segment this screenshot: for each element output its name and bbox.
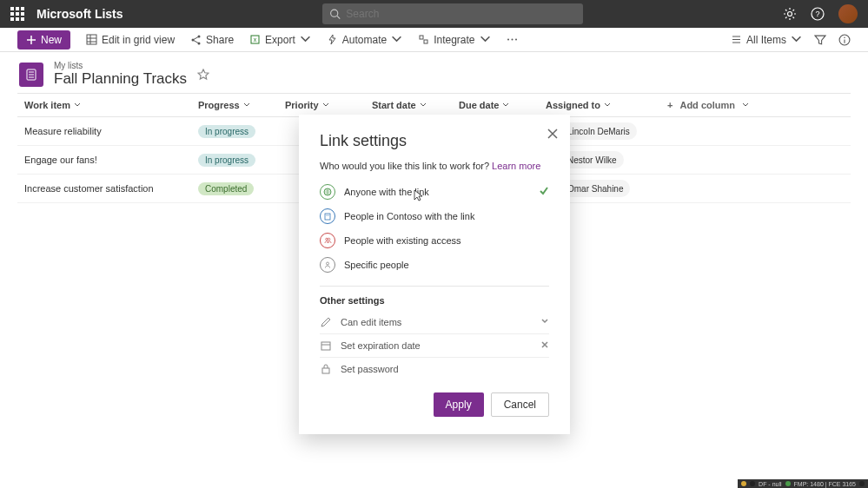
chevron-down-icon xyxy=(540,317,549,327)
favorite-icon[interactable] xyxy=(197,69,209,81)
export-icon: x xyxy=(249,34,261,45)
list-icon xyxy=(19,63,43,87)
integrate-icon xyxy=(418,34,429,45)
page-header: My lists Fall Planning Tracks xyxy=(0,52,868,93)
search-icon xyxy=(329,8,341,20)
status-strip: DF - null FMP: 1480 | FCE 3165 xyxy=(738,479,868,488)
share-icon xyxy=(190,34,202,45)
list-icon xyxy=(731,34,742,45)
share-button[interactable]: Share xyxy=(190,34,234,46)
cursor-icon xyxy=(414,189,426,205)
chevron-down-icon xyxy=(300,34,311,45)
close-button[interactable] xyxy=(547,127,558,142)
table-header: Work item Progress Priority Start date D… xyxy=(17,93,851,117)
option-organization[interactable]: People in Contoso with the link xyxy=(320,204,549,228)
plus-icon xyxy=(26,35,36,45)
link-settings-dialog: Link settings Who would you like this li… xyxy=(299,115,570,434)
dialog-title: Link settings xyxy=(320,132,549,150)
svg-rect-31 xyxy=(327,215,328,216)
svg-point-2 xyxy=(787,12,792,16)
more-button[interactable] xyxy=(507,34,518,45)
info-icon[interactable] xyxy=(838,34,851,46)
globe-icon xyxy=(320,184,335,200)
top-bar: Microsoft Lists ? xyxy=(0,0,868,28)
check-icon xyxy=(539,186,549,198)
grid-icon xyxy=(86,34,97,45)
pencil-icon xyxy=(320,316,332,328)
automate-button[interactable]: Automate xyxy=(327,34,402,46)
svg-point-10 xyxy=(198,36,201,38)
chevron-down-icon xyxy=(391,34,402,45)
clear-icon[interactable] xyxy=(540,340,549,351)
svg-rect-14 xyxy=(420,36,423,39)
app-launcher-icon[interactable] xyxy=(10,7,24,21)
can-edit-dropdown[interactable]: Can edit items xyxy=(320,311,549,334)
svg-point-11 xyxy=(198,43,201,45)
col-work-item[interactable]: Work item xyxy=(17,100,191,110)
svg-point-18 xyxy=(515,39,517,41)
breadcrumb[interactable]: My lists xyxy=(54,61,187,70)
settings-icon[interactable] xyxy=(783,7,797,21)
option-existing-access[interactable]: People with existing access xyxy=(320,228,549,253)
filter-icon[interactable] xyxy=(814,34,826,46)
svg-rect-5 xyxy=(87,35,96,44)
apply-button[interactable]: Apply xyxy=(434,392,484,417)
cancel-button[interactable]: Cancel xyxy=(491,392,549,417)
svg-point-35 xyxy=(327,262,329,265)
building-icon xyxy=(320,208,335,224)
option-anyone[interactable]: Anyone with the link xyxy=(320,180,549,204)
person-icon xyxy=(320,257,335,273)
chevron-down-icon xyxy=(480,34,491,45)
new-button[interactable]: New xyxy=(17,30,70,49)
people-icon xyxy=(320,233,335,248)
more-icon xyxy=(507,34,518,45)
svg-point-17 xyxy=(511,39,513,41)
search-box[interactable] xyxy=(322,3,583,24)
learn-more-link[interactable]: Learn more xyxy=(492,161,540,171)
other-settings-heading: Other settings xyxy=(320,295,549,306)
help-icon[interactable]: ? xyxy=(811,7,825,21)
col-due-date[interactable]: Due date xyxy=(452,100,539,110)
svg-text:x: x xyxy=(254,36,257,43)
col-progress[interactable]: Progress xyxy=(191,100,278,110)
automate-icon xyxy=(327,34,338,45)
svg-rect-36 xyxy=(321,342,330,350)
svg-point-9 xyxy=(192,39,195,42)
svg-point-0 xyxy=(331,10,338,16)
status-badge: Completed xyxy=(198,182,254,195)
svg-text:?: ? xyxy=(815,10,819,18)
search-input[interactable] xyxy=(346,8,576,20)
svg-rect-15 xyxy=(424,40,427,43)
password-field[interactable]: Set password xyxy=(320,358,549,380)
col-start-date[interactable]: Start date xyxy=(365,100,452,110)
all-items-view[interactable]: All Items xyxy=(731,34,802,46)
expiration-field[interactable]: Set expiration date xyxy=(320,334,549,358)
app-title: Microsoft Lists xyxy=(36,7,123,21)
svg-rect-38 xyxy=(322,368,329,373)
add-column-button[interactable]: +Add column xyxy=(660,100,851,110)
new-label: New xyxy=(41,34,62,46)
command-bar: New Edit in grid view Share x Export Aut… xyxy=(0,28,868,52)
svg-rect-32 xyxy=(328,215,329,216)
svg-point-16 xyxy=(507,39,509,41)
dialog-subtitle: Who would you like this link to work for… xyxy=(320,161,549,171)
edit-grid-button[interactable]: Edit in grid view xyxy=(86,34,175,46)
chevron-down-icon xyxy=(791,34,802,45)
svg-point-24 xyxy=(844,36,845,38)
calendar-icon xyxy=(320,340,332,352)
col-priority[interactable]: Priority xyxy=(278,100,365,110)
user-avatar[interactable] xyxy=(838,4,858,23)
option-specific-people[interactable]: Specific people xyxy=(320,253,549,277)
svg-line-1 xyxy=(337,16,340,18)
integrate-button[interactable]: Integrate xyxy=(418,34,490,46)
status-badge: In progress xyxy=(198,154,255,167)
page-title: Fall Planning Tracks xyxy=(54,70,187,88)
status-badge: In progress xyxy=(198,125,255,138)
svg-rect-30 xyxy=(325,214,330,220)
col-assigned-to[interactable]: Assigned to xyxy=(539,100,660,110)
lock-icon xyxy=(320,363,332,375)
export-button[interactable]: x Export xyxy=(249,34,311,46)
